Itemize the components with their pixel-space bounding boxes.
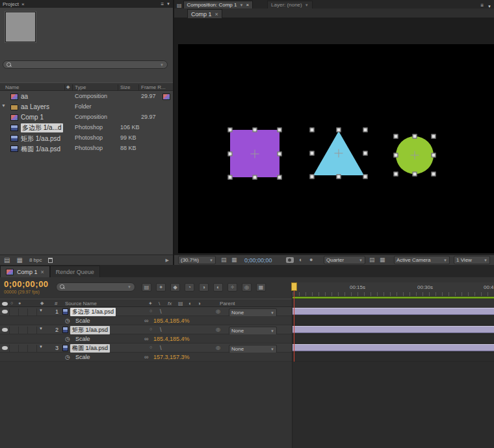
motion-blur-button[interactable]: ◐: [213, 283, 223, 292]
selection-handle[interactable]: [228, 128, 233, 132]
panel-menu-icon[interactable]: ≡: [161, 1, 164, 7]
viewer-timecode[interactable]: 0;00;00;00: [244, 257, 272, 264]
selection-handle[interactable]: [228, 151, 233, 156]
selection-handle[interactable]: [337, 128, 341, 132]
col-type[interactable]: Type: [75, 84, 86, 90]
project-row-selected[interactable]: 多边形 1/a...d Photoshop 106 KB: [0, 123, 173, 133]
anchor-point-icon[interactable]: [411, 151, 419, 160]
property-name[interactable]: Scale: [75, 354, 90, 360]
parent-pickwhip-icon[interactable]: ◎: [216, 345, 220, 351]
tab-composition[interactable]: Composition: Comp 1 ▼ ×: [183, 1, 254, 8]
show-channel-icon[interactable]: ●: [309, 256, 313, 263]
tab-menu-arrow-icon[interactable]: ▼: [239, 3, 243, 7]
layer-expander-icon[interactable]: ▼: [39, 345, 43, 349]
timeline-search-input[interactable]: ▼: [56, 282, 135, 292]
hide-shy-button[interactable]: ◔: [185, 283, 194, 292]
folder-expander-icon[interactable]: ▼: [1, 103, 6, 108]
magnification-dropdown[interactable]: (30.7%) ▼: [178, 256, 216, 264]
composition-viewport[interactable]: [174, 18, 494, 255]
layer-duration-bar[interactable]: [292, 308, 494, 315]
switch-mark-icon[interactable]: ○: [150, 308, 152, 313]
panel-menu-arrow-icon[interactable]: ▼: [166, 2, 170, 6]
timeline-divider[interactable]: [292, 282, 292, 448]
selected-triangle-layer[interactable]: [312, 130, 365, 177]
constrain-link-icon[interactable]: ∞: [144, 336, 148, 342]
tab-close-icon[interactable]: ×: [41, 269, 44, 275]
selection-handle[interactable]: [253, 175, 257, 180]
item-name[interactable]: aa Layers: [21, 103, 49, 110]
safe-zones-icon[interactable]: ▤: [221, 256, 227, 263]
comp-mini-flowchart-button[interactable]: ▤: [142, 283, 151, 292]
project-tab[interactable]: Project: [3, 1, 19, 7]
track-area[interactable]: [292, 307, 494, 362]
item-name[interactable]: Comp 1: [21, 114, 44, 121]
project-row[interactable]: Comp 1 Composition 29.97: [0, 112, 173, 123]
parent-column[interactable]: Parent: [220, 301, 235, 306]
project-row[interactable]: aa Composition 29.97: [0, 92, 173, 102]
current-time-indicator-handle[interactable]: [291, 282, 297, 291]
current-timecode[interactable]: 0;00;00;00: [4, 279, 49, 289]
visibility-eye-icon[interactable]: [2, 346, 8, 350]
item-name[interactable]: 椭圆 1/aa.psd: [21, 145, 60, 154]
scale-value[interactable]: 157.3,157.3%: [153, 354, 190, 360]
item-name[interactable]: 多边形 1/a...d: [21, 123, 63, 132]
selection-handle[interactable]: [278, 128, 282, 132]
stopwatch-icon[interactable]: ◷: [65, 317, 70, 324]
comp-tab-close-icon[interactable]: ×: [215, 11, 218, 18]
col-name[interactable]: Name: [5, 84, 19, 90]
timeline-tab-render-queue[interactable]: Render Queue: [50, 266, 100, 277]
selection-handle[interactable]: [413, 172, 417, 177]
layer-row[interactable]: ▼ 2 矩形 1/aa.psd ○ \ ◎ None ▼: [0, 325, 292, 334]
selected-square-layer[interactable]: [230, 130, 280, 177]
stopwatch-icon[interactable]: ◷: [65, 354, 70, 360]
layer-name[interactable]: 矩形 1/aa.psd: [70, 326, 110, 334]
switch-mark-icon[interactable]: ○: [150, 345, 152, 349]
switch-mark-icon[interactable]: ○: [150, 327, 152, 331]
project-tab-close-icon[interactable]: ×: [21, 1, 25, 7]
quality-switch-icon[interactable]: \: [160, 327, 162, 333]
layer-expander-icon[interactable]: ▼: [39, 308, 43, 312]
item-name[interactable]: 矩形 1/aa.psd: [21, 134, 60, 143]
selection-handle[interactable]: [337, 175, 341, 179]
property-row[interactable]: ◷ Scale ∞ 157.3,157.3%: [0, 353, 292, 362]
parent-pickwhip-icon[interactable]: ◎: [216, 308, 220, 314]
layer-name[interactable]: 多边形 1/aa.psd: [70, 308, 116, 316]
anchor-point-icon[interactable]: [251, 149, 259, 158]
selection-handle[interactable]: [432, 153, 436, 158]
layer-duration-bar[interactable]: [292, 344, 494, 351]
bit-depth-button[interactable]: 8 bpc: [29, 257, 42, 263]
selection-handle[interactable]: [432, 172, 436, 177]
frame-blend-button[interactable]: ◑: [199, 283, 209, 292]
stopwatch-icon[interactable]: ◷: [65, 336, 70, 342]
view-layout-dropdown[interactable]: 1 View ▼: [454, 256, 490, 264]
property-name[interactable]: Scale: [75, 336, 90, 342]
active-camera-dropdown[interactable]: Active Camera ▼: [394, 256, 450, 264]
property-row[interactable]: ◷ Scale ∞ 185.4,185.4%: [0, 334, 292, 343]
constrain-link-icon[interactable]: ∞: [144, 317, 148, 324]
transparency-grid-icon[interactable]: ▦: [380, 256, 385, 263]
property-row[interactable]: ◷ Scale ∞ 185.4,185.4%: [0, 316, 292, 325]
selection-handle[interactable]: [394, 172, 398, 177]
selection-handle[interactable]: [310, 151, 315, 156]
selection-handle[interactable]: [278, 151, 282, 156]
selection-handle[interactable]: [394, 134, 398, 139]
comp-viewer-tab[interactable]: Comp 1 ×: [187, 9, 222, 18]
selection-handle[interactable]: [228, 175, 233, 180]
item-name[interactable]: aa: [21, 93, 28, 100]
tab-menu-arrow-icon[interactable]: ▼: [305, 3, 309, 7]
live-update-button[interactable]: ✦: [156, 283, 166, 292]
graph-editor-button[interactable]: ▦: [256, 283, 266, 292]
quality-switch-icon[interactable]: \: [160, 345, 162, 351]
timeline-tab-comp[interactable]: Comp 1 ×: [0, 266, 50, 277]
search-options-icon[interactable]: ▼: [160, 63, 164, 67]
parent-pickwhip-icon[interactable]: ◎: [216, 327, 220, 332]
selection-handle[interactable]: [310, 128, 315, 132]
selection-handle[interactable]: [278, 175, 282, 180]
work-area-bar[interactable]: [292, 297, 494, 299]
selection-handle[interactable]: [310, 175, 315, 179]
draft-3d-button[interactable]: ◆: [170, 283, 180, 292]
layer-expander-icon[interactable]: ▼: [39, 327, 43, 330]
scale-value[interactable]: 185.4,185.4%: [153, 336, 190, 342]
label-column-icon[interactable]: ◆: [66, 84, 70, 90]
project-row[interactable]: ▼ aa Layers Folder: [0, 102, 173, 112]
